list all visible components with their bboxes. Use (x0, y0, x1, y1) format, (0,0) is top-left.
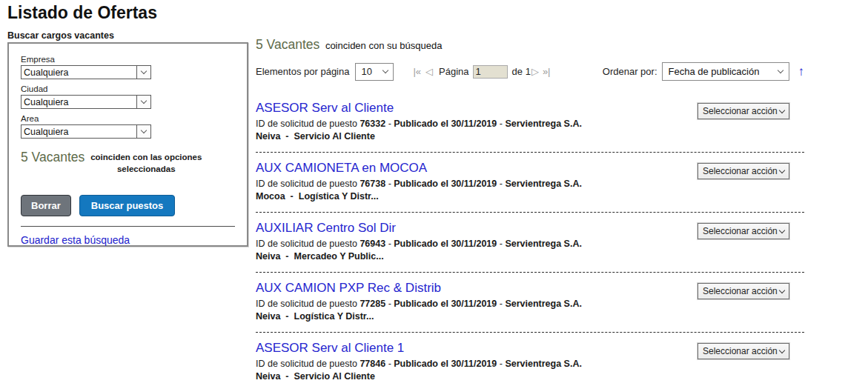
empresa-select[interactable]: Cualquiera (21, 65, 151, 79)
sidebar-divider (21, 226, 235, 227)
area-select[interactable]: Cualquiera (21, 124, 151, 139)
job-title-link[interactable]: AUX CAMIONETA en MOCOA (256, 161, 427, 176)
page-number-input[interactable] (473, 65, 508, 79)
chevron-down-icon (136, 66, 150, 79)
job-meta-line: ID de solicitud de puesto 76332 - Public… (256, 119, 582, 129)
job-location-line: Neiva-Mercadeo Y Public... (256, 251, 582, 262)
select-action-dropdown[interactable]: Seleccionar acción (698, 103, 789, 119)
results-count: 5 Vacantes (256, 37, 319, 52)
select-action-label: Seleccionar acción (703, 166, 778, 176)
sidebar-results-caption: coinciden con las opciones seleccionadas (90, 150, 202, 175)
job-id-value: 76332 (360, 119, 385, 129)
job-published-date: Publicado el 30/11/2019 (394, 239, 497, 249)
chevron-down-icon (382, 67, 388, 73)
search-filter-panel: Empresa Cualquiera Ciudad Cualquiera Are… (7, 42, 248, 247)
select-action-dropdown[interactable]: Seleccionar acción (698, 283, 789, 299)
chevron-down-icon (136, 125, 150, 138)
job-title-link[interactable]: ASESOR Serv al Cliente (256, 101, 394, 116)
empresa-label: Empresa (21, 55, 235, 64)
job-city: Neiva (256, 251, 280, 262)
sidebar-results-count-block: 5 Vacantes coinciden con las opciones se… (21, 150, 235, 175)
job-id-value: 76738 (360, 179, 385, 189)
job-id-label: ID de solicitud de puesto (256, 299, 357, 309)
meta-separator: - (388, 299, 391, 309)
meta-separator: - (388, 179, 391, 189)
job-id-value: 77846 (360, 359, 385, 369)
sort-by-label: Ordenar por: (603, 66, 657, 77)
job-id-value: 76943 (360, 239, 385, 249)
job-list: ASESOR Serv al Cliente ID de solicitud d… (256, 93, 804, 386)
meta-separator: - (500, 359, 503, 369)
select-action-label: Seleccionar acción (703, 226, 778, 236)
select-action-dropdown[interactable]: Seleccionar acción (698, 163, 789, 179)
job-info: AUXILIAR Centro Sol Dir ID de solicitud … (256, 221, 582, 262)
search-jobs-button[interactable]: Buscar puestos (79, 195, 176, 216)
page-label: Página (439, 66, 468, 77)
ciudad-label: Ciudad (21, 84, 235, 93)
items-per-page-label: Elementos por página (256, 66, 349, 77)
select-action-dropdown[interactable]: Seleccionar acción (698, 223, 789, 239)
meta-separator: - (500, 239, 503, 249)
location-separator: - (291, 191, 294, 202)
clear-button[interactable]: Borrar (21, 195, 71, 216)
job-area: Mercadeo Y Public... (294, 251, 384, 262)
job-company: Servientrega S.A. (505, 179, 582, 189)
job-city: Neiva (256, 131, 280, 142)
results-toolbar: Elementos por página 10 |« ◁ Página de 1… (256, 62, 804, 81)
chevron-down-icon (779, 287, 785, 293)
search-panel-heading: Buscar cargos vacantes (7, 30, 114, 41)
location-separator: - (285, 131, 288, 142)
job-area: Logística Y Distr... (294, 311, 374, 322)
ciudad-select[interactable]: Cualquiera (21, 95, 151, 109)
job-location-line: Mocoa-Logística Y Distr... (256, 191, 582, 202)
job-id-label: ID de solicitud de puesto (256, 179, 357, 189)
sort-by-select[interactable]: Fecha de publicación (662, 62, 789, 81)
sort-by-value: Fecha de publicación (669, 66, 760, 77)
select-action-label: Seleccionar acción (703, 106, 778, 116)
empresa-select-value: Cualquiera (21, 67, 68, 78)
meta-separator: - (388, 359, 391, 369)
job-title-link[interactable]: AUXILIAR Centro Sol Dir (256, 221, 396, 236)
job-city: Mocoa (256, 191, 285, 202)
previous-page-icon[interactable]: ◁ (425, 66, 433, 77)
chevron-down-icon (779, 107, 785, 113)
area-label: Area (21, 114, 235, 123)
job-id-label: ID de solicitud de puesto (256, 359, 357, 369)
items-per-page-select[interactable]: 10 (355, 63, 394, 81)
job-location-line: Neiva-Logística Y Distr... (256, 311, 582, 322)
next-page-icon[interactable]: ▷ (531, 66, 539, 77)
sidebar-results-count: 5 Vacantes (21, 150, 85, 175)
job-id-label: ID de solicitud de puesto (256, 239, 357, 249)
job-published-date: Publicado el 30/11/2019 (394, 359, 497, 369)
ciudad-select-value: Cualquiera (21, 97, 68, 107)
job-published-date: Publicado el 30/11/2019 (394, 299, 497, 309)
last-page-icon[interactable]: »| (543, 66, 551, 77)
save-search-link[interactable]: Guardar esta búsqueda (21, 234, 130, 246)
job-published-date: Publicado el 30/11/2019 (394, 119, 497, 129)
meta-separator: - (388, 119, 391, 129)
job-published-date: Publicado el 30/11/2019 (394, 179, 497, 189)
job-listing-row: AUXILIAR Centro Sol Dir ID de solicitud … (256, 213, 804, 273)
job-city: Neiva (256, 311, 280, 322)
area-select-value: Cualquiera (21, 127, 68, 137)
job-company: Servientrega S.A. (505, 359, 582, 369)
job-company: Servientrega S.A. (505, 299, 582, 309)
select-action-dropdown[interactable]: Seleccionar acción (698, 343, 789, 359)
results-header: 5 Vacantes coinciden con su búsqueda (256, 37, 804, 53)
chevron-down-icon (779, 227, 785, 233)
job-area: Servicio Al Cliente (294, 131, 375, 142)
location-separator: - (285, 311, 288, 322)
chevron-down-icon (779, 167, 785, 173)
job-meta-line: ID de solicitud de puesto 77846 - Public… (256, 359, 582, 369)
location-separator: - (285, 371, 288, 382)
job-listing-row: AUX CAMIONETA en MOCOA ID de solicitud d… (256, 153, 804, 213)
meta-separator: - (500, 179, 503, 189)
chevron-down-icon (136, 96, 150, 108)
job-title-link[interactable]: ASESOR Serv al Cliente 1 (256, 341, 404, 356)
job-company: Servientrega S.A. (505, 119, 582, 129)
job-location-line: Neiva-Servicio Al Cliente (256, 131, 582, 142)
first-page-icon[interactable]: |« (413, 66, 421, 77)
page-title: Listado de Ofertas (7, 3, 157, 23)
sort-direction-up-icon[interactable]: ↑ (798, 64, 805, 79)
job-title-link[interactable]: AUX CAMION PXP Rec & Distrib (256, 281, 441, 296)
